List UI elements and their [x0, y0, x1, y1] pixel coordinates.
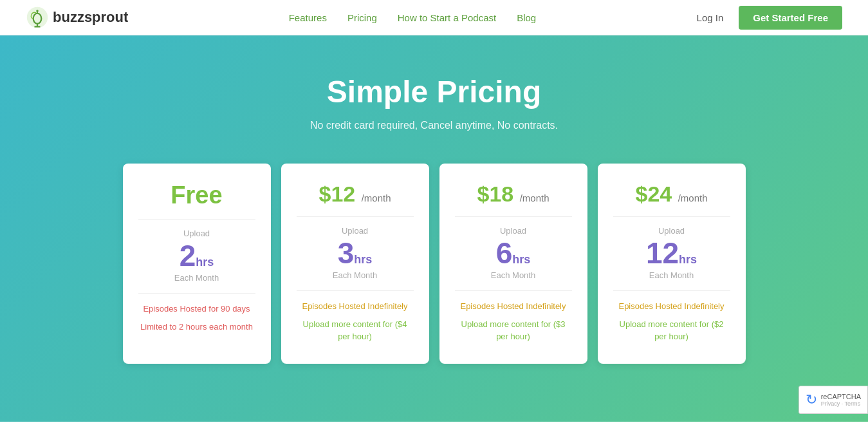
upload-label-1: Upload [297, 226, 414, 236]
card-divider2-0 [138, 293, 255, 294]
upload-label-0: Upload [138, 229, 255, 238]
card-divider2-1 [297, 290, 414, 291]
pricing-card-1: $12 /month Upload 3hrs Each Month Episod… [281, 164, 429, 364]
card-divider-1 [297, 216, 414, 217]
login-link[interactable]: Log In [697, 12, 724, 23]
pricing-card-3: $24 /month Upload 12hrs Each Month Episo… [598, 164, 746, 364]
plan-feature-3-0: Episodes Hosted Indefinitely [613, 300, 730, 313]
plan-feature-1-1: Upload more content for ($4 per hour) [297, 318, 414, 343]
pricing-cards: Free Upload 2hrs Each Month Episodes Hos… [13, 164, 855, 364]
each-month-0: Each Month [138, 273, 255, 283]
plan-feature-0-1: Limited to 2 hours each month [138, 321, 255, 334]
nav-blog[interactable]: Blog [517, 12, 536, 23]
nav-links: Features Pricing How to Start a Podcast … [289, 12, 537, 23]
plan-period-2: /month [520, 193, 549, 203]
card-divider-3 [613, 216, 730, 217]
hero-section: Simple Pricing No credit card required, … [0, 35, 868, 422]
plan-period-1: /month [362, 193, 391, 203]
plan-feature-0-0: Episodes Hosted for 90 days [138, 303, 255, 315]
plan-feature-2-1: Upload more content for ($3 per hour) [455, 318, 572, 343]
navbar: buzzsprout Features Pricing How to Start… [0, 0, 868, 35]
recaptcha-icon: ↻ [806, 391, 817, 408]
plan-price-0: Free [138, 183, 255, 207]
logo[interactable]: buzzsprout [26, 6, 128, 29]
card-divider2-3 [613, 290, 730, 291]
nav-pricing[interactable]: Pricing [347, 12, 377, 23]
each-month-3: Each Month [613, 270, 730, 280]
upload-label-3: Upload [613, 226, 730, 236]
hero-title: Simple Pricing [13, 74, 855, 109]
plan-price-3: $24 /month [613, 183, 730, 205]
plan-price-2: $18 /month [455, 183, 572, 205]
each-month-2: Each Month [455, 270, 572, 280]
recaptcha-badge: ↻ reCAPTCHA Privacy · Terms [799, 386, 868, 414]
nav-features[interactable]: Features [289, 12, 327, 23]
each-month-1: Each Month [297, 270, 414, 280]
upload-hours-3: 12hrs [613, 238, 730, 268]
recaptcha-info: reCAPTCHA Privacy · Terms [821, 393, 861, 407]
upload-hours-0: 2hrs [138, 241, 255, 270]
plan-feature-2-0: Episodes Hosted Indefinitely [455, 300, 572, 313]
upload-hours-2: 6hrs [455, 238, 572, 268]
plan-feature-1-0: Episodes Hosted Indefinitely [297, 300, 414, 313]
plan-feature-3-1: Upload more content for ($2 per hour) [613, 318, 730, 343]
hero-subtitle: No credit card required, Cancel anytime,… [13, 120, 855, 131]
svg-point-5 [36, 10, 39, 12]
pricing-card-2: $18 /month Upload 6hrs Each Month Episod… [439, 164, 587, 364]
card-divider2-2 [455, 290, 572, 291]
upload-hours-1: 3hrs [297, 238, 414, 268]
plan-period-3: /month [678, 193, 708, 203]
card-divider-2 [455, 216, 572, 217]
pricing-card-0: Free Upload 2hrs Each Month Episodes Hos… [123, 164, 271, 364]
nav-how-to[interactable]: How to Start a Podcast [398, 12, 496, 23]
get-started-button[interactable]: Get Started Free [739, 6, 842, 30]
plan-price-1: $12 /month [297, 183, 414, 205]
upload-label-2: Upload [455, 226, 572, 236]
recaptcha-links: Privacy · Terms [821, 400, 861, 407]
card-divider-0 [138, 219, 255, 220]
nav-right: Log In Get Started Free [697, 6, 842, 30]
logo-text: buzzsprout [53, 9, 128, 26]
